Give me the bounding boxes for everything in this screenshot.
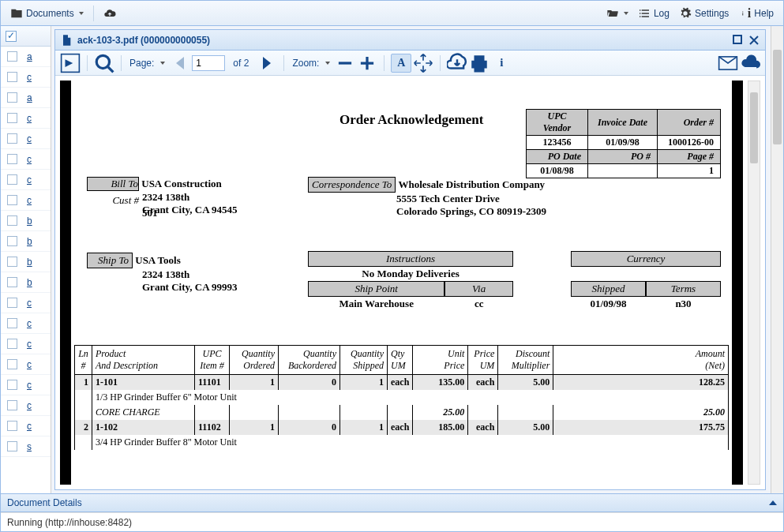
pan-button[interactable] (413, 54, 433, 73)
chevron-up-icon (769, 500, 777, 505)
log-button[interactable]: Log (633, 5, 674, 22)
page-label: Page: (128, 58, 156, 69)
settings-label: Settings (695, 8, 729, 19)
help-button[interactable]: i Help (733, 5, 778, 22)
bill-to-block: Bill To USA Construction 2324 138th Gran… (87, 177, 238, 219)
help-label: Help (754, 8, 774, 19)
details-title: Document Details (7, 497, 82, 508)
list-icon (638, 7, 651, 20)
status-text: Running (http://inhouse:8482) (7, 517, 132, 528)
pdf-page: Order Acknowledgement UPC Vendor Invoice… (71, 81, 732, 485)
row-checkbox[interactable] (7, 195, 17, 205)
list-item[interactable]: c (1, 67, 51, 88)
list-item[interactable]: c (1, 416, 51, 436)
pdf-viewer-window: ack-103-3.pdf (000000000055) Page: of 2 … (54, 29, 766, 490)
row-checkbox[interactable] (7, 236, 17, 246)
row-checkbox[interactable] (7, 441, 17, 451)
prev-page-button[interactable] (170, 54, 190, 73)
row-checkbox[interactable] (7, 380, 17, 390)
row-checkbox[interactable] (7, 400, 17, 410)
close-button[interactable] (748, 34, 760, 47)
row-checkbox[interactable] (7, 318, 17, 328)
maximize-button[interactable] (732, 34, 745, 47)
list-item[interactable]: c (1, 313, 51, 334)
settings-button[interactable]: Settings (674, 5, 733, 22)
list-item[interactable]: c (1, 190, 51, 211)
page-margin (60, 81, 71, 485)
row-checkbox[interactable] (7, 51, 17, 62)
pdf-viewport[interactable]: Order Acknowledgement UPC Vendor Invoice… (55, 76, 765, 489)
row-checkbox[interactable] (7, 257, 17, 267)
list-header[interactable] (1, 26, 51, 47)
row-checkbox[interactable] (7, 113, 17, 123)
row-checkbox[interactable] (7, 298, 17, 308)
zoom-in-button[interactable] (357, 54, 377, 73)
table-row: 21-10211102101each185.00each5.00175.75 (75, 420, 729, 435)
info-button[interactable]: i (491, 54, 512, 73)
chevron-down-icon (624, 12, 628, 15)
list-item[interactable]: b (1, 272, 51, 293)
document-title: Order Acknowledgement (339, 112, 483, 128)
document-details-panel[interactable]: Document Details (1, 493, 783, 512)
zoom-label: Zoom: (291, 58, 321, 69)
list-item[interactable]: c (1, 108, 51, 129)
gear-icon (679, 7, 692, 20)
svg-rect-1 (733, 36, 741, 43)
select-all-checkbox[interactable] (6, 31, 17, 42)
ship-to-block: Ship To USA Tools 2324 138th Grant City,… (87, 253, 238, 294)
list-item[interactable]: s (1, 436, 51, 457)
zoom-out-button[interactable] (335, 54, 355, 73)
info-icon: i (738, 7, 751, 20)
log-label: Log (654, 8, 670, 19)
cloud-upload-icon (103, 7, 116, 20)
row-checkbox[interactable] (7, 421, 17, 431)
line-items-table: Ln # Product And Description UPC Item # … (74, 345, 729, 450)
list-item[interactable]: b (1, 211, 51, 231)
chevron-down-icon[interactable] (325, 62, 330, 65)
upload-button[interactable] (99, 5, 121, 22)
row-checkbox[interactable] (7, 359, 17, 369)
text-select-button[interactable]: A (391, 54, 411, 73)
list-item[interactable]: b (1, 231, 51, 252)
list-item[interactable]: c (1, 354, 51, 375)
page-margin (732, 81, 743, 485)
list-item[interactable]: c (1, 170, 51, 190)
list-item[interactable]: c (1, 375, 51, 395)
download-button[interactable] (447, 54, 467, 73)
row-checkbox[interactable] (7, 154, 17, 164)
list-item[interactable]: c (1, 293, 51, 313)
chevron-down-icon[interactable] (160, 62, 165, 65)
row-checkbox[interactable] (7, 215, 17, 226)
sidebar-toggle-button[interactable] (60, 54, 81, 73)
list-item[interactable]: a (1, 88, 51, 108)
table-row: 1/3 HP Grinder Buffer 6" Motor Unit (75, 390, 729, 405)
print-button[interactable] (469, 54, 490, 73)
window-titlebar[interactable]: ack-103-3.pdf (000000000055) (55, 30, 765, 51)
row-checkbox[interactable] (7, 174, 17, 185)
documents-menu[interactable]: Documents (6, 5, 88, 22)
pdf-scrollbar[interactable] (748, 81, 760, 485)
list-scrollbar[interactable] (771, 26, 783, 493)
list-item[interactable]: c (1, 149, 51, 170)
search-button[interactable] (94, 54, 114, 73)
header-info-table: UPC Vendor Invoice Date Order # 123456 0… (526, 109, 721, 178)
documents-label: Documents (26, 8, 74, 19)
row-checkbox[interactable] (7, 72, 17, 82)
page-input[interactable] (192, 55, 225, 71)
list-item[interactable]: c (1, 395, 51, 416)
correspondence-block: Correspondence To Wholesale Distribution… (308, 177, 546, 218)
row-checkbox[interactable] (7, 133, 17, 144)
table-row: 11-10111101101each135.00each5.00128.25 (75, 375, 729, 391)
list-item[interactable]: a (1, 47, 51, 67)
list-item[interactable]: c (1, 129, 51, 149)
row-checkbox[interactable] (7, 277, 17, 287)
open-menu[interactable] (602, 5, 633, 22)
list-item[interactable]: b (1, 252, 51, 272)
next-page-button[interactable] (257, 54, 277, 73)
list-item[interactable]: c (1, 334, 51, 354)
cloud-button[interactable] (740, 54, 760, 73)
row-checkbox[interactable] (7, 339, 17, 349)
svg-point-3 (96, 55, 109, 68)
row-checkbox[interactable] (7, 92, 17, 103)
email-button[interactable] (718, 54, 738, 73)
